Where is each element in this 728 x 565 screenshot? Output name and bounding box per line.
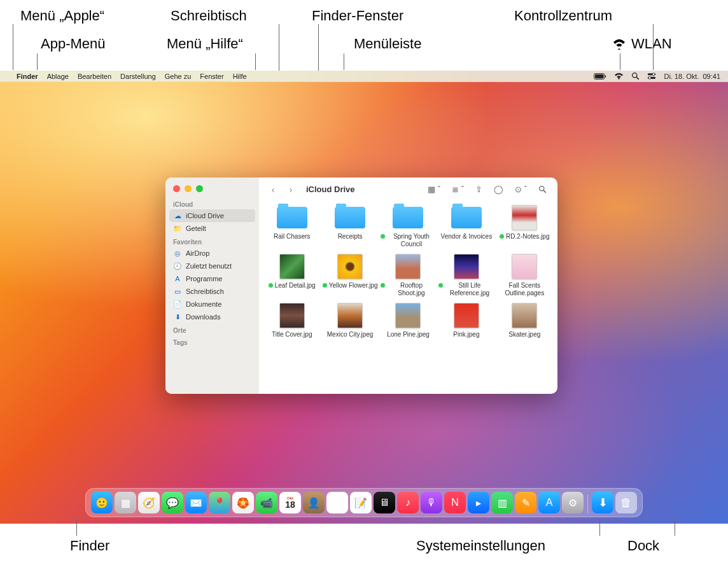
file-item[interactable]: Receipts xyxy=(322,204,377,248)
dock-notes[interactable]: 📝 xyxy=(350,492,372,513)
file-thumbnail xyxy=(337,254,363,279)
menu-darstellung[interactable]: Darstellung xyxy=(116,73,160,80)
airdrop-icon: ◎ xyxy=(173,249,182,258)
file-item[interactable]: Title Cover.jpg xyxy=(264,302,319,338)
menubar: Finder Ablage Bearbeiten Darstellung Geh… xyxy=(0,71,728,82)
dock-divider xyxy=(587,494,588,513)
sidebar-section-tags: Tags xyxy=(165,335,259,347)
dock-system-settings[interactable]: ⚙︎ xyxy=(562,492,584,513)
file-name: Skater.jpeg xyxy=(508,331,540,338)
sidebar-item-icloud-drive[interactable]: ☁︎iCloud Drive xyxy=(169,209,255,222)
file-thumbnail xyxy=(512,303,537,328)
file-item[interactable]: Skater.jpeg xyxy=(497,302,552,338)
dock-trash[interactable]: 🗑 xyxy=(615,492,637,513)
sidebar-item-dokumente[interactable]: 📄Dokumente xyxy=(165,298,259,310)
fullscreen-button[interactable] xyxy=(196,185,203,192)
sidebar-item-programme[interactable]: AProgramme xyxy=(165,272,259,285)
dock-music[interactable]: ♪ xyxy=(397,492,419,513)
file-item[interactable]: Lone Pine.jpeg xyxy=(381,302,436,338)
sidebar-item-airdrop[interactable]: ◎AirDrop xyxy=(165,247,259,260)
dock-maps[interactable]: 📍 xyxy=(209,492,230,513)
dock-contacts[interactable]: 👤 xyxy=(303,492,325,513)
menu-fenster[interactable]: Fenster xyxy=(195,73,228,80)
sidebar-item-downloads[interactable]: ⬇︎Downloads xyxy=(165,310,259,323)
file-item[interactable]: Rail Chasers xyxy=(264,204,319,248)
dock-launchpad[interactable]: ▦ xyxy=(115,492,136,513)
menu-hilfe[interactable]: Hilfe xyxy=(228,73,251,80)
desktop[interactable]: Finder Ablage Bearbeiten Darstellung Geh… xyxy=(0,71,728,524)
dock-news[interactable]: N xyxy=(444,492,466,513)
dock-safari[interactable]: 🧭 xyxy=(138,492,160,513)
file-name: Vendor & Invoices xyxy=(441,233,493,241)
callout-menubar: Menüleiste xyxy=(354,36,421,52)
file-name: RD.2-Notes.jpg xyxy=(506,233,549,241)
file-thumbnail xyxy=(279,303,305,328)
forward-button[interactable]: › xyxy=(284,185,297,195)
back-button[interactable]: ‹ xyxy=(267,185,279,195)
view-icons-button[interactable]: ▦ ˇ xyxy=(424,185,444,194)
dock-mail[interactable]: ✉️ xyxy=(185,492,207,513)
wifi-icon[interactable] xyxy=(610,73,627,80)
app-glyph-icon: 🎙 xyxy=(426,497,437,508)
menu-gehezu[interactable]: Gehe zu xyxy=(160,73,196,80)
callout-wlan: WLAN xyxy=(612,36,672,52)
dock-tv[interactable]: 🖥 xyxy=(374,492,395,513)
menu-bearbeiten[interactable]: Bearbeiten xyxy=(73,73,116,80)
file-name: Fall Scents Outline.pages xyxy=(497,282,552,297)
file-item[interactable]: Rooftop Shoot.jpg xyxy=(381,253,436,297)
tag-dot-icon xyxy=(269,283,273,288)
dock-app-store[interactable]: A xyxy=(538,492,560,513)
dock-calendar[interactable]: Okt18 xyxy=(279,492,301,513)
menubar-datetime[interactable]: Di. 18. Okt.09:41 xyxy=(660,73,723,80)
tag-dot-icon xyxy=(438,283,443,288)
dock-podcasts[interactable]: 🎙 xyxy=(421,492,442,513)
dock-photos[interactable]: 🏵️ xyxy=(232,492,254,513)
file-item[interactable]: RD.2-Notes.jpg xyxy=(497,204,552,248)
dock-numbers[interactable]: ▥ xyxy=(491,492,513,513)
sidebar-item-zuletzt-benutzt[interactable]: 🕘Zuletzt benutzt xyxy=(165,260,259,272)
tag-button[interactable]: ◯ xyxy=(491,185,507,194)
spotlight-icon[interactable] xyxy=(627,72,643,80)
file-name: Title Cover.jpg xyxy=(272,331,312,338)
minimize-button[interactable] xyxy=(185,185,192,192)
file-item[interactable]: Vendor & Invoices xyxy=(438,204,494,248)
app-glyph-icon: N xyxy=(451,497,459,508)
file-item[interactable]: Mexico City.jpeg xyxy=(322,302,377,338)
dock-keynote[interactable]: ▸ xyxy=(468,492,489,513)
search-button[interactable] xyxy=(535,185,550,193)
menu-ablage[interactable]: Ablage xyxy=(43,73,73,80)
sidebar-item-schreibtisch[interactable]: ▭Schreibtisch xyxy=(165,285,259,298)
finder-toolbar: ‹ › iCloud Drive ▦ ˇ ≣ ˇ ⇧ ◯ ⊙ ˇ xyxy=(259,178,557,202)
dock-messages[interactable]: 💬 xyxy=(162,492,183,513)
group-button[interactable]: ≣ ˇ xyxy=(449,185,467,194)
finder-content[interactable]: Rail ChasersReceiptsSpring Youth Council… xyxy=(259,202,557,394)
battery-icon[interactable] xyxy=(590,73,610,80)
file-item[interactable]: Fall Scents Outline.pages xyxy=(497,253,552,297)
dock-finder[interactable]: 🙂 xyxy=(91,492,113,513)
file-item[interactable]: Still Life Reference.jpg xyxy=(438,253,494,297)
app-glyph-icon: ✉️ xyxy=(190,497,202,509)
callout-desktop: Schreibtisch xyxy=(171,8,247,24)
action-button[interactable]: ⊙ ˇ xyxy=(512,185,530,194)
file-thumbnail xyxy=(454,254,479,279)
app-glyph-icon: A xyxy=(546,497,553,508)
file-item[interactable]: Leaf Detail.jpg xyxy=(264,253,319,297)
close-button[interactable] xyxy=(173,185,180,192)
share-button[interactable]: ⇧ xyxy=(472,185,486,194)
app-menu[interactable]: Finder xyxy=(12,73,43,80)
control-center-icon[interactable] xyxy=(643,72,660,80)
sidebar-item-geteilt[interactable]: 📁Geteilt xyxy=(165,222,259,235)
dock-pages[interactable]: ✎ xyxy=(515,492,536,513)
tag-dot-icon xyxy=(500,234,504,239)
svg-point-3 xyxy=(619,78,620,79)
folder-icon xyxy=(335,207,365,228)
callout-app-menu: App-Menü xyxy=(41,36,106,52)
dock-facetime[interactable]: 📹 xyxy=(256,492,277,513)
file-item[interactable]: Yellow Flower.jpg xyxy=(322,253,377,297)
dock-downloads[interactable]: ⬇︎ xyxy=(592,492,613,513)
file-item[interactable]: Pink.jpeg xyxy=(438,302,494,338)
file-name: Mexico City.jpeg xyxy=(327,331,374,338)
file-item[interactable]: Spring Youth Council xyxy=(381,204,436,248)
dock-reminders[interactable]: ☰ xyxy=(326,492,348,513)
callout-help-menu: Menü „Hilfe“ xyxy=(167,36,243,52)
